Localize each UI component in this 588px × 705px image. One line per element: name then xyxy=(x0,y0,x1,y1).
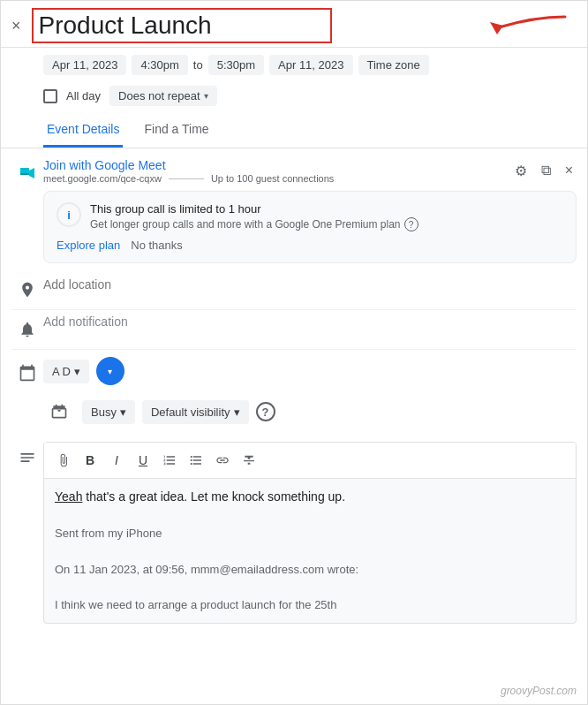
calendar-label: A D xyxy=(52,365,71,378)
start-time-chip[interactable]: 4:30pm xyxy=(132,55,187,75)
settings-icon: ⚙ xyxy=(515,163,527,179)
meet-icon-container xyxy=(11,157,43,189)
meet-copy-button[interactable]: ⧉ xyxy=(538,159,554,182)
location-icon xyxy=(11,274,43,306)
busy-label: Busy xyxy=(91,406,117,419)
attach-button[interactable] xyxy=(51,448,76,473)
timezone-button[interactable]: Time zone xyxy=(358,55,429,75)
color-chevron-icon: ▾ xyxy=(108,367,112,376)
location-content xyxy=(43,274,577,295)
unordered-list-button[interactable] xyxy=(184,448,208,473)
ordered-list-button[interactable] xyxy=(157,448,182,473)
notice-title: This group call is limited to 1 hour xyxy=(90,202,563,216)
help-icon-button[interactable]: ? xyxy=(256,402,275,421)
no-thanks-link[interactable]: No thanks xyxy=(131,239,183,252)
desc-line-4 xyxy=(55,542,565,561)
tab-find-a-time[interactable]: Find a Time xyxy=(140,113,212,148)
repeat-chevron: ▾ xyxy=(204,91,208,101)
meet-text: Join with Google Meet meet.google.com/qc… xyxy=(43,157,334,184)
underline-button[interactable]: U xyxy=(131,448,155,473)
meet-guest-limit: Up to 100 guest connections xyxy=(211,173,334,184)
description-editor: B I U xyxy=(43,442,577,624)
meet-join-link[interactable]: Join with Google Meet xyxy=(43,158,166,172)
notice-desc-text: Get longer group calls and more with a G… xyxy=(90,218,401,231)
italic-button[interactable]: I xyxy=(104,448,129,473)
meet-sub-info: meet.google.com/qce-cqxw Up to 100 guest… xyxy=(43,173,334,184)
allday-label: All day xyxy=(66,89,101,102)
calendar-dropdown[interactable]: A D ▾ xyxy=(43,360,89,383)
notification-icon xyxy=(11,314,43,345)
meet-separator xyxy=(169,178,204,179)
event-title-input[interactable] xyxy=(32,8,332,43)
notice-description: Get longer group calls and more with a G… xyxy=(90,217,563,231)
end-time-chip[interactable]: 5:30pm xyxy=(208,55,264,75)
time-separator: to xyxy=(193,58,203,72)
status-visibility-row: Busy ▾ Default visibility ▾ ? xyxy=(1,392,587,435)
meet-settings-button[interactable]: ⚙ xyxy=(511,159,531,183)
meet-header: Join with Google Meet meet.google.com/qc… xyxy=(43,157,577,184)
notice-actions: Explore plan No thanks xyxy=(57,239,563,252)
bold-button[interactable]: B xyxy=(78,448,102,473)
svg-marker-0 xyxy=(490,22,503,34)
notification-section: Add notification xyxy=(1,310,587,349)
desc-line-2 xyxy=(55,506,565,525)
notice-text: This group call is limited to 1 hour Get… xyxy=(90,202,563,231)
tabs-row: Event Details Find a Time xyxy=(1,113,587,148)
visibility-label: Default visibility xyxy=(151,406,230,419)
explore-plan-link[interactable]: Explore plan xyxy=(57,239,120,252)
meet-section: Join with Google Meet meet.google.com/qc… xyxy=(1,148,587,270)
notification-content: Add notification xyxy=(43,314,577,330)
close-button[interactable]: × xyxy=(11,18,21,34)
meet-notice-box: i This group call is limited to 1 hour G… xyxy=(43,191,577,263)
meet-left: Join with Google Meet meet.google.com/qc… xyxy=(43,157,334,184)
info-letter: i xyxy=(67,208,71,222)
location-input[interactable] xyxy=(43,274,577,295)
date-time-row: Apr 11, 2023 4:30pm to 5:30pm Apr 11, 20… xyxy=(1,48,587,82)
bold-icon: B xyxy=(86,453,94,467)
question-mark: ? xyxy=(262,406,269,419)
description-icon xyxy=(11,442,43,474)
color-picker-button[interactable]: ▾ xyxy=(96,357,124,385)
visibility-dropdown[interactable]: Default visibility ▾ xyxy=(142,400,249,424)
notice-top: i This group call is limited to 1 hour G… xyxy=(57,202,563,231)
repeat-dropdown[interactable]: Does not repeat ▾ xyxy=(109,86,217,106)
allday-checkbox[interactable] xyxy=(43,89,57,103)
busy-dropdown[interactable]: Busy ▾ xyxy=(82,400,135,424)
add-notification-text[interactable]: Add notification xyxy=(43,311,128,332)
calendar-chevron: ▾ xyxy=(74,365,80,378)
google-meet-logo-icon xyxy=(15,161,40,186)
watermark: groovyPost.com xyxy=(501,685,577,697)
calendar-content: A D ▾ ▾ xyxy=(43,357,577,385)
desc-line-3: Sent from my iPhone xyxy=(55,525,565,542)
desc-line-1: Yeah that's a great idea. Let me knock s… xyxy=(55,488,565,506)
underline-icon: U xyxy=(139,453,147,467)
calendar-section: A D ▾ ▾ xyxy=(1,350,587,392)
allday-repeat-row: All day Does not repeat ▾ xyxy=(1,82,587,113)
location-section xyxy=(1,270,587,309)
meet-close-button[interactable]: × xyxy=(562,159,577,182)
italic-icon: I xyxy=(115,453,118,467)
header: × xyxy=(1,1,587,48)
meet-content: Join with Google Meet meet.google.com/qc… xyxy=(43,157,577,263)
visibility-chevron: ▾ xyxy=(234,406,240,419)
strikethrough-button[interactable] xyxy=(237,448,261,473)
desc-line-6 xyxy=(55,578,565,596)
desc-line-7: I think we need to arrange a product lau… xyxy=(55,596,565,614)
start-date-chip[interactable]: Apr 11, 2023 xyxy=(43,55,126,75)
help-circle-icon[interactable]: ? xyxy=(404,217,418,231)
meet-actions: ⚙ ⧉ × xyxy=(511,159,577,183)
briefcase-icon xyxy=(43,396,75,428)
desc-yeah: Yeah xyxy=(55,489,82,504)
main-container: × Apr 11, 2023 4:30pm to 5:30pm Apr 11, … xyxy=(0,0,588,705)
desc-line1-rest: that's a great idea. Let me knock someth… xyxy=(82,489,345,504)
link-button[interactable] xyxy=(210,448,235,473)
notice-info-icon: i xyxy=(57,202,81,227)
end-date-chip[interactable]: Apr 11, 2023 xyxy=(269,55,352,75)
repeat-label: Does not repeat xyxy=(118,89,200,102)
meet-url: meet.google.com/qce-cqxw xyxy=(43,173,162,184)
description-section: B I U xyxy=(1,435,587,631)
description-content[interactable]: Yeah that's a great idea. Let me knock s… xyxy=(44,479,576,623)
editor-toolbar: B I U xyxy=(44,443,576,479)
arrow-annotation xyxy=(464,10,569,45)
tab-event-details[interactable]: Event Details xyxy=(43,113,123,148)
